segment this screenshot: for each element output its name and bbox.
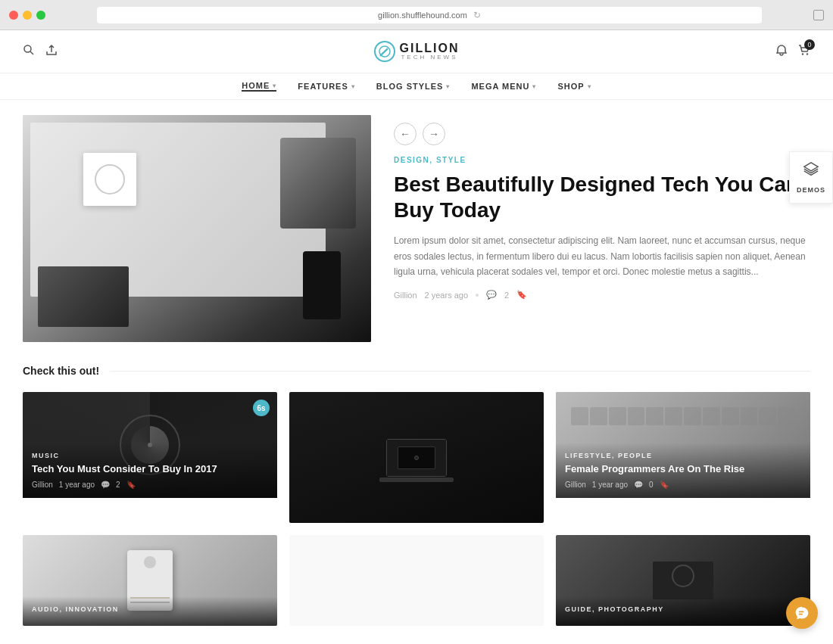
- card-1-badge: 6s: [253, 400, 270, 416]
- card-3-meta: Gillion 1 year ago 💬 0 🔖: [565, 481, 801, 489]
- hero-info: ← → DESIGN, STYLE Best Beautifully Desig…: [394, 115, 810, 300]
- card-1-category: MUSIC: [32, 452, 268, 459]
- card-3-bookmark[interactable]: 🔖: [660, 481, 669, 489]
- card-3-overlay: LIFESTYLE, PEOPLE Female Programmers Are…: [556, 443, 810, 498]
- refresh-icon[interactable]: ↻: [473, 10, 481, 20]
- address-bar[interactable]: gillion.shufflehound.com ↻: [97, 7, 762, 23]
- card-3-comment-icon: 💬: [634, 481, 643, 489]
- traffic-lights: [9, 11, 45, 20]
- svg-point-3: [802, 53, 803, 54]
- logo-subtitle: TECH NEWS: [400, 54, 460, 61]
- topbar-right: 0: [775, 44, 810, 59]
- section-divider: [110, 371, 810, 372]
- page: GILLION TECH NEWS 0: [0, 30, 833, 644]
- hero-comments: 2: [504, 291, 509, 300]
- hero-meta-dot: [476, 294, 479, 297]
- nav-blog-styles[interactable]: BLOG STYLES ▾: [376, 81, 451, 92]
- nav-home-arrow: ▾: [273, 82, 276, 89]
- section-header: Check this out!: [23, 365, 810, 377]
- demos-label: DEMOS: [797, 186, 825, 194]
- hero-product-visual: [23, 115, 371, 342]
- laptop-visual: [386, 439, 447, 477]
- card-3-title: Female Programmers Are On The Rise: [565, 463, 801, 476]
- card-1-image: 6s MUSIC Tech You Must Consider To Buy I…: [23, 392, 277, 498]
- comment-icon: 💬: [486, 290, 497, 300]
- nav-features[interactable]: FEATURES ▾: [298, 81, 354, 92]
- bottom-row: AUDIO, INNOVATION GUIDE, PHOTOGRAPHY: [23, 535, 810, 626]
- card-1-title: Tech You Must Consider To Buy In 2017: [32, 463, 268, 476]
- topbar-left: [23, 44, 58, 59]
- bottom-card-audio[interactable]: AUDIO, INNOVATION: [23, 535, 277, 626]
- bottom-card-photography[interactable]: GUIDE, PHOTOGRAPHY: [556, 535, 810, 626]
- section-title: Check this out!: [23, 365, 99, 377]
- browser-chrome: gillion.shufflehound.com ↻: [0, 0, 833, 30]
- main-content: ← → DESIGN, STYLE Best Beautifully Desig…: [0, 100, 833, 641]
- logo-area: GILLION TECH NEWS: [58, 41, 775, 62]
- svg-point-4: [806, 53, 808, 54]
- card-female-programmers[interactable]: LIFESTYLE, PEOPLE Female Programmers Are…: [556, 392, 810, 523]
- hero-excerpt: Lorem ipsum dolor sit amet, consectetur …: [394, 233, 810, 279]
- card-1-bookmark: 🔖: [126, 481, 136, 489]
- bottom-card-1-category: AUDIO, INNOVATION: [32, 605, 268, 613]
- card-3-category: LIFESTYLE, PEOPLE: [565, 452, 801, 459]
- cart-badge: 0: [804, 39, 815, 50]
- nav-mega-menu[interactable]: MEGA MENU ▾: [471, 81, 536, 92]
- card-1-comment-icon: 💬: [101, 481, 110, 489]
- demos-layers-icon: [803, 161, 819, 182]
- bottom-card-blank[interactable]: [289, 535, 544, 626]
- hero-title: Best Beautifully Designed Tech You Can B…: [394, 172, 810, 222]
- minimize-dot[interactable]: [23, 11, 32, 20]
- hero-author: Gillion: [394, 291, 417, 300]
- card-2-image: [289, 392, 544, 523]
- nav-features-arrow: ▾: [351, 83, 355, 90]
- hero-category: DESIGN, STYLE: [394, 156, 810, 164]
- topbar: GILLION TECH NEWS 0: [0, 30, 833, 73]
- card-3-image: LIFESTYLE, PEOPLE Female Programmers Are…: [556, 392, 810, 498]
- close-dot[interactable]: [9, 11, 18, 20]
- bottom-card-3-category: GUIDE, PHOTOGRAPHY: [565, 605, 801, 613]
- search-icon[interactable]: [23, 44, 35, 59]
- nav-shop[interactable]: SHOP ▾: [557, 81, 591, 92]
- bookmark-icon[interactable]: 🔖: [516, 290, 527, 300]
- card-tech-2017[interactable]: 6s MUSIC Tech You Must Consider To Buy I…: [23, 392, 277, 523]
- svg-point-2: [379, 46, 390, 57]
- svg-line-1: [30, 51, 33, 54]
- maximize-dot[interactable]: [36, 11, 45, 20]
- nav-shop-arrow: ▾: [588, 83, 591, 90]
- expand-button[interactable]: [813, 10, 824, 20]
- logo-name: GILLION: [400, 42, 460, 54]
- bottom-card-3-overlay: GUIDE, PHOTOGRAPHY: [556, 596, 810, 626]
- hero-prev-button[interactable]: ←: [394, 123, 416, 145]
- nav-home[interactable]: HOME ▾: [242, 81, 276, 92]
- share-icon[interactable]: [45, 44, 58, 59]
- navigation: HOME ▾ FEATURES ▾ BLOG STYLES ▾ MEGA MEN…: [0, 73, 833, 100]
- nav-blogstyles-arrow: ▾: [446, 83, 450, 90]
- notification-icon[interactable]: [775, 44, 788, 59]
- card-1-meta: Gillion 1 year ago 💬 2 🔖: [32, 481, 268, 489]
- demos-panel[interactable]: DEMOS: [789, 151, 833, 204]
- hero-nav-arrows: ← →: [394, 123, 810, 145]
- card-1-overlay: MUSIC Tech You Must Consider To Buy In 2…: [23, 443, 277, 498]
- cards-grid: 6s MUSIC Tech You Must Consider To Buy I…: [23, 392, 810, 523]
- svg-point-0: [24, 45, 31, 52]
- hero-section: ← → DESIGN, STYLE Best Beautifully Desig…: [23, 115, 810, 342]
- bottom-card-1-overlay: AUDIO, INNOVATION: [23, 596, 277, 626]
- hero-next-button[interactable]: →: [423, 123, 445, 145]
- hero-image: [23, 115, 371, 342]
- url-text: gillion.shufflehound.com: [378, 11, 467, 20]
- hero-meta: Gillion 2 years ago 💬 2 🔖: [394, 290, 810, 300]
- logo-text: GILLION TECH NEWS: [400, 42, 460, 61]
- chat-button[interactable]: [786, 597, 818, 629]
- nav-megamenu-arrow: ▾: [532, 83, 536, 90]
- bottom-card-1-image: AUDIO, INNOVATION: [23, 535, 277, 626]
- cart-wrapper: 0: [798, 44, 810, 59]
- card-webdesign[interactable]: AUDIO, DESIGN Best Tech For Web-Designer…: [289, 392, 544, 523]
- logo-icon: [374, 41, 395, 62]
- bottom-card-3-image: GUIDE, PHOTOGRAPHY: [556, 535, 810, 626]
- hero-time: 2 years ago: [425, 291, 468, 300]
